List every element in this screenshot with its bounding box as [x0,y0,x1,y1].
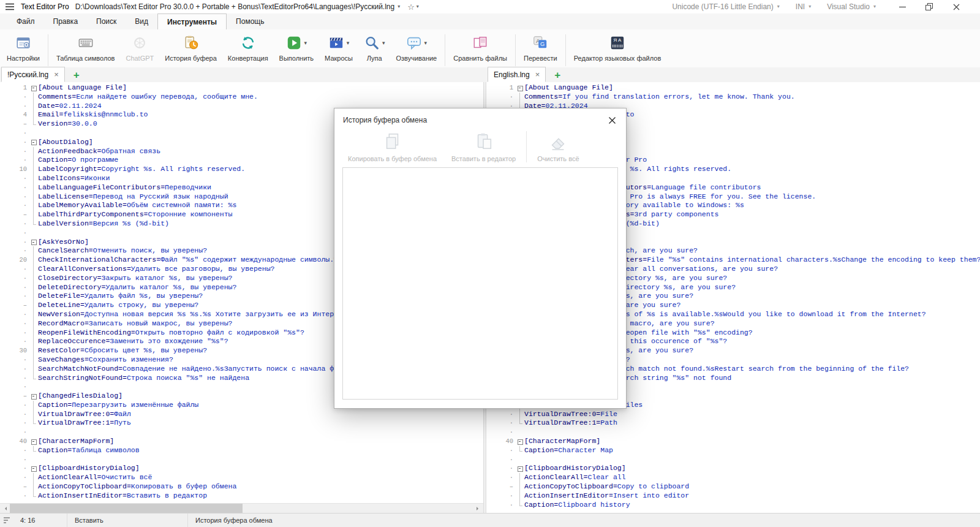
close-icon[interactable]: × [54,70,59,78]
scroll-left-arrow-icon[interactable] [0,504,10,514]
toolbar-button-magnifier[interactable]: ▾Лупа [358,31,391,63]
toolbar-button-translate[interactable]: AGПеревести [518,31,563,63]
fold-marker [29,355,38,365]
editor-line[interactable]: –ActionCopyToClipboard=Копировать в буфе… [0,482,483,491]
chevron-down-icon[interactable]: ▾ [424,40,428,46]
minimize-button[interactable] [895,0,909,13]
toolbar-button-macros[interactable]: ▾Макросы [319,31,358,63]
clipboard-history-list[interactable] [342,167,618,400]
ini-value: Удалить строку, вы уверены? [85,301,198,309]
editor-line[interactable]: ·[ClipboardHistoryDialog] [486,464,980,473]
close-icon[interactable]: × [535,70,540,78]
code-text: LabelVersion=Версия %s (%d-bit) [38,219,169,229]
editor-line[interactable]: –ActionCopyToClipboard=Copy to clipboard [486,482,980,491]
toolbar-button-language-file-editor[interactable]: ЯAРедактор языковых файлов [568,31,667,63]
scroll-right-arrow-icon[interactable] [473,504,483,514]
toolbar-button-run[interactable]: ▾Выполнить [274,31,319,63]
horizontal-scrollbar[interactable] [0,503,483,514]
hamburger-menu-icon[interactable] [5,2,15,11]
fold-line [33,93,34,102]
fold-line [33,102,34,111]
restore-button[interactable] [922,0,936,13]
dialog-close-button[interactable] [606,115,617,126]
ini-section: [AboutDialog] [38,138,93,146]
editor-line[interactable]: ·VirtualDrawTree:0=File [486,410,980,419]
close-button[interactable] [949,0,963,13]
menu-edit[interactable]: Правка [44,13,88,29]
encoding-select[interactable]: Unicode (UTF-16 Little Endian) ▾ [672,2,779,11]
toolbar-button-convert[interactable]: Конвертация [222,31,274,63]
tab-russian-lng[interactable]: !Русский.lng × [1,67,65,82]
code-text: Version=30.0.0 [38,119,97,129]
line-number: · [0,382,29,392]
editor-line[interactable]: ·VirtualDrawTree:1=Путь [0,419,483,428]
menu-search[interactable]: Поиск [87,13,126,29]
code-text: ActionClearAll=Очистить всё [38,473,152,482]
collapse-box-icon[interactable] [31,394,37,400]
editor-line[interactable]: 40[CharacterMapForm] [486,437,980,446]
editor-line[interactable]: ·Comments=If you find translation errors… [486,93,980,102]
document-switcher[interactable]: D:\Downloads\Text Editor Pro 30.0.0 + Po… [75,2,401,11]
menu-file[interactable]: Файл [7,13,44,29]
chevron-down-icon[interactable]: ▾ [304,40,307,46]
collapse-box-icon[interactable] [31,86,37,91]
collapse-box-icon[interactable] [518,466,523,472]
editor-line[interactable]: 40[CharacterMapForm] [0,437,483,446]
editor-line[interactable]: 1[About Language File] [486,83,980,93]
collapse-box-icon[interactable] [518,86,523,91]
insert-mode-indicator[interactable]: Вставить [67,514,188,527]
editor-line[interactable]: · [0,455,483,464]
editor-line[interactable]: ·ActionInsertInEditor=Insert into editor [486,491,980,501]
editor-line[interactable]: ·Caption=Character Map [486,446,980,455]
toolbar-button-speech[interactable]: ▾Озвучивание [390,31,442,63]
toolbar-button-clipboard-history[interactable]: История буфера [159,31,222,63]
menu-help[interactable]: Помощь [227,13,273,29]
chevron-down-icon[interactable]: ▾ [347,40,350,46]
dialog-button-clear-all[interactable]: Очистить всё [530,129,586,164]
editor-line[interactable]: ·ActionInsertInEditor=Вставить в редакто… [0,491,483,501]
collapse-box-icon[interactable] [31,439,37,445]
favorites-control[interactable]: ☆ ▾ [407,2,419,12]
new-tab-button[interactable]: + [74,70,80,80]
line-number: · [0,491,29,501]
scrollbar-thumb[interactable] [10,504,243,514]
editor-line[interactable]: ·Caption=Clipboard history [486,501,980,510]
editor-line[interactable]: ·ActionClearAll=Clear all [486,473,980,482]
editor-line[interactable]: ·Caption=Таблица символов [0,446,483,455]
ini-value: Перевод на Русский язык народный [93,192,228,200]
editor-line[interactable]: ·VirtualDrawTree:0=Файл [0,410,483,419]
scrollbar-track[interactable] [10,504,473,514]
syntax-select[interactable]: INI ▾ [796,2,811,11]
menu-tools[interactable]: Инструменты [157,13,227,29]
editor-line[interactable]: · [486,455,980,464]
collapse-box-icon[interactable] [31,140,37,145]
editor-line[interactable]: ·[ClipboardHistoryDialog] [0,464,483,473]
toolbar-button-settings[interactable]: Настройки [1,31,45,63]
collapse-box-icon[interactable] [31,240,37,245]
code-text: [CharacterMapForm] [38,437,114,446]
menu-view[interactable]: Вид [126,13,157,29]
dialog-button-copy-to-clipboard[interactable]: Копировать в буфер обмена [341,129,444,164]
code-text: Comments=Если найдете ошибку перевода, с… [38,93,258,102]
chevron-down-icon: ▾ [417,4,419,9]
collapse-box-icon[interactable] [31,466,37,472]
editor-line[interactable]: ·VirtualDrawTree:1=Path [486,419,980,428]
editor-line[interactable]: · [0,428,483,437]
editor-line[interactable]: 1[About Language File] [0,83,483,93]
editor-line[interactable]: ·Comments=Если найдете ошибку перевода, … [0,93,483,102]
line-number: 1 [486,83,516,93]
toolbar-button-character-map[interactable]: Таблица символов [51,31,121,63]
toolbar-button-chatgpt[interactable]: ChatGPT [120,31,159,63]
tab-english-lng[interactable]: English.lng × [488,67,546,82]
chevron-down-icon[interactable]: ▾ [382,40,385,46]
ini-section: [CharacterMapForm] [524,437,600,445]
convert-icon [240,35,256,51]
fold-marker [29,382,38,392]
dialog-button-insert-in-editor[interactable]: Вставить в редактор [444,129,523,164]
theme-select[interactable]: Visual Studio ▾ [827,2,876,11]
editor-line[interactable]: ·ActionClearAll=Очистить всё [0,473,483,482]
new-tab-button[interactable]: + [554,70,560,80]
collapse-box-icon[interactable] [518,439,523,445]
toolbar-button-compare-files[interactable]: Сравнить файлы [448,31,513,63]
editor-line[interactable]: · [486,428,980,437]
